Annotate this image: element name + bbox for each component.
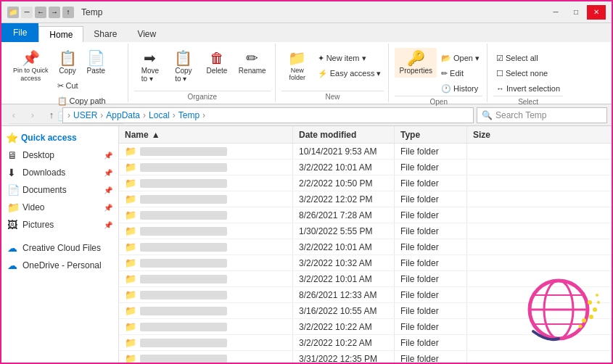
maximize-button[interactable]: □ bbox=[567, 5, 585, 20]
sidebar-item-pictures[interactable]: 🖼 Pictures 📌 bbox=[1, 216, 118, 233]
tab-home[interactable]: Home bbox=[38, 26, 83, 42]
desktop-pin-icon: 📌 bbox=[104, 152, 112, 160]
file-type-2: File folder bbox=[395, 175, 467, 191]
file-size-6 bbox=[467, 239, 525, 255]
scissors-icon: ✂ bbox=[57, 81, 64, 91]
back-icon[interactable]: ← bbox=[35, 7, 46, 18]
open-button[interactable]: 📂 Open ▾ bbox=[438, 51, 482, 65]
move-to-button[interactable]: ➡ Moveto ▾ bbox=[134, 48, 166, 86]
table-row[interactable]: 📁 8/26/2021 7:28 AM File folder bbox=[119, 207, 612, 223]
minimize-button[interactable]: ─ bbox=[546, 5, 565, 20]
open-icon: 📂 bbox=[441, 54, 451, 63]
col-header-type[interactable]: Type bbox=[395, 126, 467, 143]
cut-label: Cut bbox=[66, 81, 78, 90]
file-name-text-1 bbox=[140, 163, 227, 172]
col-size-label: Size bbox=[473, 130, 490, 140]
properties-button[interactable]: 🔑 Properties bbox=[395, 48, 437, 78]
up-button[interactable]: ↑ bbox=[44, 107, 59, 123]
col-header-size[interactable]: Size bbox=[467, 126, 525, 143]
forward-icon[interactable]: → bbox=[49, 7, 60, 18]
path-user[interactable]: USER bbox=[73, 110, 97, 120]
rename-icon: ✏ bbox=[246, 51, 258, 65]
history-button[interactable]: 🕐 History bbox=[438, 81, 482, 96]
rename-button[interactable]: ✏ Rename bbox=[234, 48, 271, 78]
col-header-name[interactable]: Name ▲ bbox=[119, 126, 293, 143]
table-row[interactable]: 📁 3/2/2022 10:01 AM File folder bbox=[119, 160, 612, 175]
table-row[interactable]: 📁 1/30/2022 5:55 PM File folder bbox=[119, 223, 612, 239]
new-folder-button[interactable]: 📁 Newfolder bbox=[281, 48, 313, 84]
table-row[interactable]: 📁 3/2/2022 10:01 AM File folder bbox=[119, 239, 612, 255]
back-button[interactable]: ‹ bbox=[6, 107, 22, 123]
folder-icon-3: 📁 bbox=[125, 194, 136, 204]
quick-access-star-icon: ⭐ bbox=[6, 132, 17, 144]
copy-path-button[interactable]: 📋 Copy path bbox=[54, 94, 123, 108]
easy-access-button[interactable]: ⚡ Easy access ▾ bbox=[315, 66, 384, 80]
paste-button[interactable]: 📄 Paste bbox=[83, 48, 110, 78]
sidebar-item-documents[interactable]: 📄 Documents 📌 bbox=[1, 181, 118, 199]
window-icon: 📁 bbox=[7, 7, 19, 18]
path-separator-0: › bbox=[67, 110, 70, 120]
tab-view[interactable]: View bbox=[127, 26, 166, 42]
file-size-2 bbox=[467, 175, 525, 191]
path-appdata[interactable]: AppData bbox=[106, 110, 140, 120]
copy-label: Copy bbox=[59, 67, 75, 75]
path-temp[interactable]: Temp bbox=[178, 110, 199, 120]
file-name-2: 📁 bbox=[119, 175, 293, 191]
new-item-button[interactable]: ✦ New item ▾ bbox=[315, 51, 384, 65]
select-none-button[interactable]: ☐ Select none bbox=[493, 66, 563, 80]
file-type-0: File folder bbox=[395, 144, 467, 159]
tab-share[interactable]: Share bbox=[83, 26, 127, 42]
svg-point-5 bbox=[588, 300, 592, 305]
file-date-11: 3/2/2022 10:22 AM bbox=[293, 319, 395, 334]
sidebar-item-onedrive[interactable]: ☁ OneDrive - Personal bbox=[1, 257, 118, 274]
file-name-3: 📁 bbox=[119, 191, 293, 207]
copy-button[interactable]: 📋 Copy bbox=[54, 48, 81, 78]
folder-icon-11: 📁 bbox=[125, 321, 136, 332]
file-name-13: 📁 bbox=[119, 351, 293, 364]
sidebar-item-creative-cloud[interactable]: ☁ Creative Cloud Files bbox=[1, 239, 118, 257]
file-date-4: 8/26/2021 7:28 AM bbox=[293, 207, 395, 223]
folder-icon-8: 📁 bbox=[125, 273, 136, 284]
sidebar-item-desktop[interactable]: 🖥 Desktop 📌 bbox=[1, 146, 118, 164]
search-bar[interactable]: 🔍 Search Temp bbox=[477, 107, 607, 123]
file-type-6: File folder bbox=[395, 239, 467, 255]
pictures-pin-icon: 📌 bbox=[104, 221, 112, 229]
invert-selection-button[interactable]: ↔ Invert selection bbox=[493, 81, 563, 96]
documents-pin-icon: 📌 bbox=[104, 186, 112, 194]
sidebar-item-video[interactable]: 📁 Video 📌 bbox=[1, 199, 118, 216]
close-button[interactable]: ✕ bbox=[587, 5, 606, 20]
delete-button[interactable]: 🗑 Delete bbox=[201, 48, 233, 78]
pictures-icon: 🖼 bbox=[7, 219, 19, 231]
col-header-date[interactable]: Date modified bbox=[293, 126, 395, 143]
table-row[interactable]: 📁 3/2/2022 12:02 PM File folder bbox=[119, 191, 612, 207]
table-row[interactable]: 📁 10/14/2021 9:53 AM File folder bbox=[119, 144, 612, 160]
pin-quick-access-button[interactable]: 📌 Pin to Quickaccess bbox=[9, 48, 53, 86]
file-date-13: 3/31/2022 12:35 PM bbox=[293, 351, 395, 364]
desktop-icon: 🖥 bbox=[7, 149, 19, 161]
address-path[interactable]: › USER › AppData › Local › Temp › bbox=[62, 107, 474, 123]
creative-cloud-icon: ☁ bbox=[7, 242, 19, 254]
forward-button[interactable]: › bbox=[25, 107, 41, 123]
edit-button[interactable]: ✏ Edit bbox=[438, 66, 482, 80]
open-label: Open ▾ bbox=[453, 54, 480, 63]
sidebar-item-downloads[interactable]: ⬇ Downloads 📌 bbox=[1, 164, 118, 181]
copy-icon: 📋 bbox=[59, 51, 77, 65]
select-all-button[interactable]: ☑ Select all bbox=[493, 51, 563, 65]
path-local[interactable]: Local bbox=[149, 110, 170, 120]
new-item-icon: ✦ bbox=[318, 54, 324, 63]
up-icon[interactable]: ↑ bbox=[62, 7, 74, 18]
new-buttons: 📁 Newfolder ✦ New item ▾ ⚡ Easy access ▾ bbox=[281, 45, 384, 91]
search-icon: 🔍 bbox=[482, 110, 493, 120]
tab-file[interactable]: File bbox=[1, 23, 38, 42]
cut-button[interactable]: ✂ Cut bbox=[54, 78, 123, 93]
quick-access-icon[interactable]: ─ bbox=[21, 7, 33, 18]
file-name-text-9 bbox=[140, 291, 227, 299]
svg-point-10 bbox=[597, 301, 600, 304]
copy-to-button[interactable]: 📋 Copyto ▾ bbox=[168, 48, 199, 86]
col-date-label: Date modified bbox=[299, 130, 356, 140]
file-name-text-3 bbox=[140, 195, 227, 204]
folder-icon-5: 📁 bbox=[125, 226, 136, 236]
clipboard-group: 📌 Pin to Quickaccess 📋 Copy 📄 Paste bbox=[4, 44, 128, 102]
new-item-label: New item ▾ bbox=[326, 54, 366, 63]
table-row[interactable]: 📁 2/2/2022 10:50 PM File folder bbox=[119, 175, 612, 191]
